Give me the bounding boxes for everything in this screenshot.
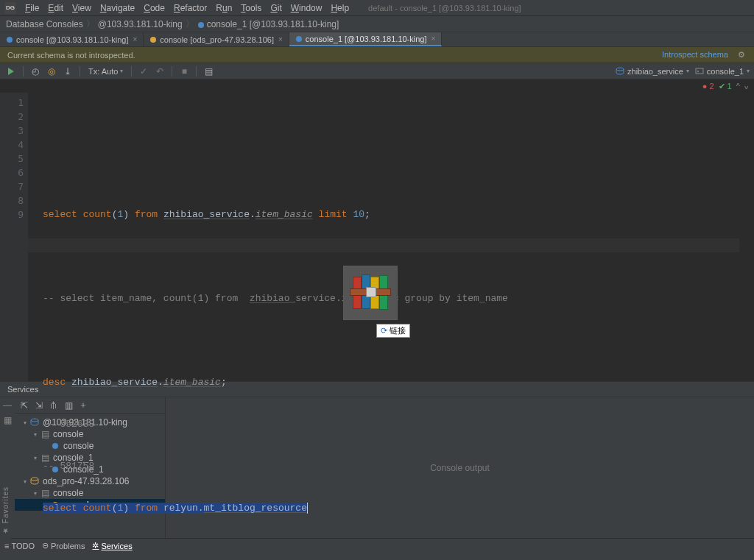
menu-bar: File Edit View Navigate Code Refactor Ru… (21, 1, 353, 15)
window-title: default - console_1 [@103.93.181.10-king… (368, 4, 521, 13)
stop-icon[interactable]: ■ (177, 65, 191, 78)
crumb-file[interactable]: console_1 [@103.93.181.10-king] (207, 19, 339, 29)
menu-navigate[interactable]: Navigate (96, 1, 139, 15)
warning-text: Current schema is not introspected. (7, 51, 135, 60)
run-button[interactable] (4, 65, 18, 78)
svg-point-7 (31, 419, 38, 422)
favorites-sidebar[interactable]: ★ Favorites (0, 482, 11, 539)
menu-help[interactable]: Help (326, 1, 353, 15)
introspect-link[interactable]: Introspect schema (662, 50, 728, 59)
code-editor[interactable]: 1 2 3 4 5 6 7 8 9 select count(1) from z… (0, 93, 754, 381)
app-logo: DG (4, 2, 16, 14)
export-icon[interactable]: ⤓ (61, 65, 74, 78)
tab-console-3[interactable]: console_1 [@103.93.181.10-king] × (289, 32, 443, 46)
menu-view[interactable]: View (68, 1, 96, 15)
line-gutter: 1 2 3 4 5 6 7 8 9 (0, 93, 28, 381)
layout-icon[interactable]: ▤ (202, 65, 215, 78)
close-icon[interactable]: × (133, 35, 137, 43)
svg-point-10 (31, 478, 38, 481)
svg-point-3 (296, 36, 302, 42)
svg-rect-6 (696, 68, 703, 74)
breadcrumb: Database Consoles 〉 @103.93.181.10-king … (0, 16, 754, 32)
tab-console-1[interactable]: console [@103.93.181.10-king] × (0, 32, 144, 46)
drag-tooltip: ⟳链接 (376, 324, 410, 338)
svg-point-1 (7, 37, 13, 43)
rollback-icon[interactable]: ↶ (153, 65, 166, 78)
close-icon[interactable]: × (431, 35, 436, 43)
minimize-icon[interactable]: — (3, 400, 12, 411)
history-icon[interactable]: ◴ (29, 65, 42, 78)
dragged-archive-icon[interactable] (343, 266, 398, 320)
gear-icon[interactable]: ⚙ (736, 50, 747, 60)
chevron-down-icon[interactable]: ^ (744, 82, 748, 91)
menu-run[interactable]: Run (211, 1, 236, 15)
grid-icon[interactable]: ▦ (4, 415, 12, 425)
menu-file[interactable]: File (21, 1, 43, 15)
svg-point-0 (198, 22, 204, 28)
error-count[interactable]: ●2 (702, 82, 714, 91)
menu-tools[interactable]: Tools (236, 1, 266, 15)
console-selector[interactable]: console_1▾ (695, 67, 750, 76)
crumb-root[interactable]: Database Consoles (6, 19, 83, 29)
menu-window[interactable]: Window (286, 1, 327, 15)
menu-edit[interactable]: Edit (43, 1, 68, 15)
commit-icon[interactable]: ✓ (137, 65, 150, 78)
introspection-warning: Current schema is not introspected. Intr… (0, 47, 754, 63)
svg-marker-4 (8, 68, 14, 75)
menu-refactor[interactable]: Refactor (169, 1, 211, 15)
expand-all-icon[interactable]: ⇱ (18, 399, 31, 412)
tx-mode-selector[interactable]: Tx: Auto▾ (85, 67, 126, 76)
svg-point-5 (616, 68, 624, 71)
warning-count[interactable]: ✔1 (719, 82, 732, 91)
menu-git[interactable]: Git (266, 1, 286, 15)
tab-console-2[interactable]: console [ods_pro-47.93.28.106] × (144, 32, 289, 46)
toolwindow-todo[interactable]: ≡TODO (4, 542, 35, 550)
close-icon[interactable]: × (278, 35, 283, 43)
svg-point-2 (150, 37, 156, 43)
chevron-icon[interactable]: ^ (736, 82, 740, 91)
crumb-ds[interactable]: @103.93.181.10-king (98, 19, 183, 29)
schema-selector[interactable]: zhibiao_service▾ (616, 67, 689, 76)
menu-code[interactable]: Code (139, 1, 169, 15)
settings-icon[interactable]: ◎ (45, 65, 58, 78)
